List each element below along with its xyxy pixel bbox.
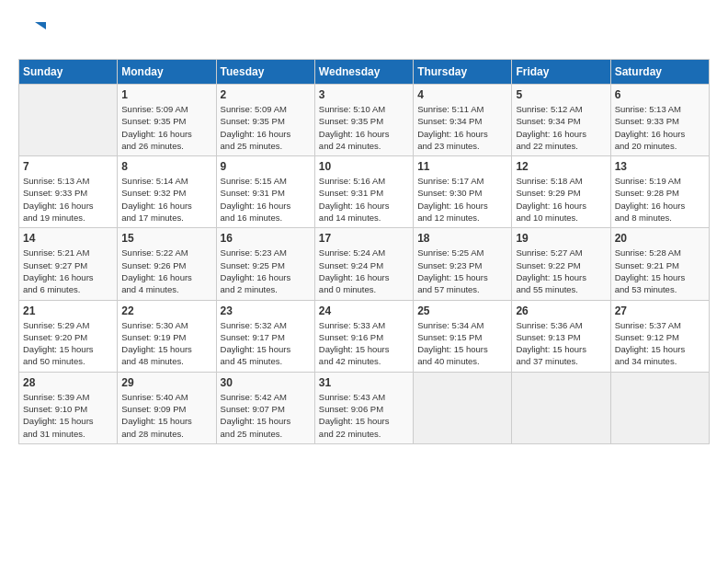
day-info: Sunrise: 5:34 AM Sunset: 9:15 PM Dayligh… — [417, 319, 507, 368]
weekday-wednesday: Wednesday — [314, 60, 413, 85]
day-info: Sunrise: 5:22 AM Sunset: 9:26 PM Dayligh… — [121, 247, 211, 295]
weekday-saturday: Saturday — [610, 60, 709, 85]
day-info: Sunrise: 5:24 AM Sunset: 9:24 PM Dayligh… — [319, 247, 409, 295]
day-cell: 27Sunrise: 5:37 AM Sunset: 9:12 PM Dayli… — [610, 300, 709, 372]
day-number: 11 — [417, 160, 507, 173]
day-cell: 7Sunrise: 5:13 AM Sunset: 9:33 PM Daylig… — [19, 156, 118, 228]
day-number: 30 — [221, 376, 311, 389]
weekday-sunday: Sunday — [19, 60, 118, 85]
day-number: 6 — [615, 88, 705, 101]
week-row-3: 14Sunrise: 5:21 AM Sunset: 9:27 PM Dayli… — [19, 228, 710, 300]
day-cell: 8Sunrise: 5:14 AM Sunset: 9:32 PM Daylig… — [118, 156, 216, 228]
day-cell — [414, 372, 512, 443]
day-info: Sunrise: 5:43 AM Sunset: 9:06 PM Dayligh… — [319, 391, 409, 440]
day-info: Sunrise: 5:30 AM Sunset: 9:19 PM Dayligh… — [121, 319, 211, 368]
day-info: Sunrise: 5:16 AM Sunset: 9:31 PM Dayligh… — [319, 175, 409, 224]
day-info: Sunrise: 5:17 AM Sunset: 9:30 PM Dayligh… — [417, 175, 507, 224]
day-info: Sunrise: 5:23 AM Sunset: 9:25 PM Dayligh… — [221, 247, 311, 295]
day-number: 13 — [615, 160, 705, 173]
day-number: 4 — [417, 88, 507, 101]
day-cell: 10Sunrise: 5:16 AM Sunset: 9:31 PM Dayli… — [314, 156, 413, 228]
day-cell: 1Sunrise: 5:09 AM Sunset: 9:35 PM Daylig… — [118, 85, 216, 156]
week-row-1: 1Sunrise: 5:09 AM Sunset: 9:35 PM Daylig… — [19, 85, 710, 156]
day-number: 17 — [319, 232, 409, 245]
day-cell: 18Sunrise: 5:25 AM Sunset: 9:23 PM Dayli… — [414, 228, 512, 300]
calendar-header: SundayMondayTuesdayWednesdayThursdayFrid… — [19, 60, 710, 85]
logo — [18, 18, 53, 50]
day-cell: 26Sunrise: 5:36 AM Sunset: 9:13 PM Dayli… — [512, 300, 610, 372]
weekday-thursday: Thursday — [414, 60, 512, 85]
day-cell: 22Sunrise: 5:30 AM Sunset: 9:19 PM Dayli… — [118, 300, 216, 372]
day-number: 18 — [417, 232, 507, 245]
day-cell: 16Sunrise: 5:23 AM Sunset: 9:25 PM Dayli… — [216, 228, 314, 300]
day-info: Sunrise: 5:39 AM Sunset: 9:10 PM Dayligh… — [23, 391, 113, 440]
day-number: 16 — [221, 232, 311, 245]
day-cell: 29Sunrise: 5:40 AM Sunset: 9:09 PM Dayli… — [118, 372, 216, 443]
day-cell: 21Sunrise: 5:29 AM Sunset: 9:20 PM Dayli… — [19, 300, 118, 372]
day-info: Sunrise: 5:13 AM Sunset: 9:33 PM Dayligh… — [23, 175, 113, 224]
day-info: Sunrise: 5:36 AM Sunset: 9:13 PM Dayligh… — [516, 319, 606, 368]
day-cell — [610, 372, 709, 443]
day-info: Sunrise: 5:32 AM Sunset: 9:17 PM Dayligh… — [221, 319, 311, 368]
day-number: 1 — [121, 88, 211, 101]
day-cell: 3Sunrise: 5:10 AM Sunset: 9:35 PM Daylig… — [314, 85, 413, 156]
week-row-5: 28Sunrise: 5:39 AM Sunset: 9:10 PM Dayli… — [19, 372, 710, 443]
weekday-friday: Friday — [512, 60, 610, 85]
day-number: 22 — [121, 304, 211, 317]
day-number: 31 — [319, 376, 409, 389]
day-cell: 12Sunrise: 5:18 AM Sunset: 9:29 PM Dayli… — [512, 156, 610, 228]
day-info: Sunrise: 5:15 AM Sunset: 9:31 PM Dayligh… — [221, 175, 311, 224]
day-cell: 23Sunrise: 5:32 AM Sunset: 9:17 PM Dayli… — [216, 300, 314, 372]
day-info: Sunrise: 5:13 AM Sunset: 9:33 PM Dayligh… — [615, 103, 705, 152]
day-info: Sunrise: 5:33 AM Sunset: 9:16 PM Dayligh… — [319, 319, 409, 368]
day-number: 5 — [516, 88, 606, 101]
day-number: 9 — [221, 160, 311, 173]
weekday-row: SundayMondayTuesdayWednesdayThursdayFrid… — [19, 60, 710, 85]
day-number: 29 — [121, 376, 211, 389]
day-cell: 17Sunrise: 5:24 AM Sunset: 9:24 PM Dayli… — [314, 228, 413, 300]
day-info: Sunrise: 5:19 AM Sunset: 9:28 PM Dayligh… — [615, 175, 705, 224]
day-cell: 5Sunrise: 5:12 AM Sunset: 9:34 PM Daylig… — [512, 85, 610, 156]
day-number: 25 — [417, 304, 507, 317]
day-number: 3 — [319, 88, 409, 101]
day-info: Sunrise: 5:09 AM Sunset: 9:35 PM Dayligh… — [121, 103, 211, 152]
day-number: 28 — [23, 376, 113, 389]
day-info: Sunrise: 5:29 AM Sunset: 9:20 PM Dayligh… — [23, 319, 113, 368]
day-cell: 11Sunrise: 5:17 AM Sunset: 9:30 PM Dayli… — [414, 156, 512, 228]
day-number: 10 — [319, 160, 409, 173]
day-cell: 20Sunrise: 5:28 AM Sunset: 9:21 PM Dayli… — [610, 228, 709, 300]
day-info: Sunrise: 5:28 AM Sunset: 9:21 PM Dayligh… — [615, 247, 705, 295]
day-number: 2 — [221, 88, 311, 101]
day-info: Sunrise: 5:21 AM Sunset: 9:27 PM Dayligh… — [23, 247, 113, 295]
day-cell: 30Sunrise: 5:42 AM Sunset: 9:07 PM Dayli… — [216, 372, 314, 443]
day-info: Sunrise: 5:27 AM Sunset: 9:22 PM Dayligh… — [516, 247, 606, 295]
day-info: Sunrise: 5:10 AM Sunset: 9:35 PM Dayligh… — [319, 103, 409, 152]
day-info: Sunrise: 5:42 AM Sunset: 9:07 PM Dayligh… — [221, 391, 311, 440]
day-number: 14 — [23, 232, 113, 245]
day-cell: 9Sunrise: 5:15 AM Sunset: 9:31 PM Daylig… — [216, 156, 314, 228]
day-info: Sunrise: 5:37 AM Sunset: 9:12 PM Dayligh… — [615, 319, 705, 368]
day-info: Sunrise: 5:09 AM Sunset: 9:35 PM Dayligh… — [221, 103, 311, 152]
logo-graphic — [18, 18, 50, 50]
day-number: 15 — [121, 232, 211, 245]
week-row-2: 7Sunrise: 5:13 AM Sunset: 9:33 PM Daylig… — [19, 156, 710, 228]
day-info: Sunrise: 5:40 AM Sunset: 9:09 PM Dayligh… — [121, 391, 211, 440]
day-number: 26 — [516, 304, 606, 317]
calendar-body: 1Sunrise: 5:09 AM Sunset: 9:35 PM Daylig… — [19, 85, 710, 444]
day-number: 23 — [221, 304, 311, 317]
weekday-monday: Monday — [118, 60, 216, 85]
day-cell: 4Sunrise: 5:11 AM Sunset: 9:34 PM Daylig… — [414, 85, 512, 156]
day-number: 7 — [23, 160, 113, 173]
day-number: 27 — [615, 304, 705, 317]
day-info: Sunrise: 5:18 AM Sunset: 9:29 PM Dayligh… — [516, 175, 606, 224]
day-number: 21 — [23, 304, 113, 317]
day-cell: 25Sunrise: 5:34 AM Sunset: 9:15 PM Dayli… — [414, 300, 512, 372]
day-number: 8 — [121, 160, 211, 173]
day-cell — [19, 85, 118, 156]
day-cell: 14Sunrise: 5:21 AM Sunset: 9:27 PM Dayli… — [19, 228, 118, 300]
calendar-table: SundayMondayTuesdayWednesdayThursdayFrid… — [18, 59, 710, 444]
day-cell: 24Sunrise: 5:33 AM Sunset: 9:16 PM Dayli… — [314, 300, 413, 372]
weekday-tuesday: Tuesday — [216, 60, 314, 85]
day-cell: 19Sunrise: 5:27 AM Sunset: 9:22 PM Dayli… — [512, 228, 610, 300]
day-cell: 6Sunrise: 5:13 AM Sunset: 9:33 PM Daylig… — [610, 85, 709, 156]
